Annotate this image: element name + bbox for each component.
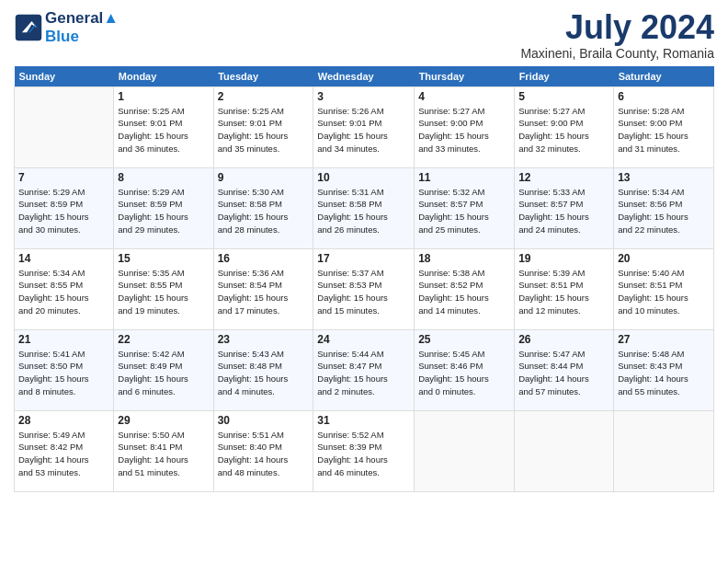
cell-info: Sunrise: 5:48 AMSunset: 8:43 PMDaylight:… — [618, 348, 710, 398]
date-cell-29: 29Sunrise: 5:50 AMSunset: 8:41 PMDayligh… — [114, 410, 213, 491]
date-cell-21: 21Sunrise: 5:41 AMSunset: 8:50 PMDayligh… — [15, 329, 114, 410]
cell-info: Sunrise: 5:29 AMSunset: 8:59 PMDaylight:… — [18, 186, 109, 236]
cell-info: Sunrise: 5:28 AMSunset: 9:00 PMDaylight:… — [618, 105, 710, 155]
cell-info: Sunrise: 5:49 AMSunset: 8:42 PMDaylight:… — [18, 429, 109, 479]
date-cell-10: 10Sunrise: 5:31 AMSunset: 8:58 PMDayligh… — [313, 167, 415, 248]
day-header-tuesday: Tuesday — [213, 66, 313, 87]
cell-info: Sunrise: 5:50 AMSunset: 8:41 PMDaylight:… — [118, 429, 209, 479]
calendar-table: SundayMondayTuesdayWednesdayThursdayFrid… — [14, 66, 714, 492]
date-cell-23: 23Sunrise: 5:43 AMSunset: 8:48 PMDayligh… — [213, 329, 313, 410]
date-number: 31 — [317, 414, 410, 427]
cell-info: Sunrise: 5:31 AMSunset: 8:58 PMDaylight:… — [317, 186, 410, 236]
day-header-friday: Friday — [515, 66, 614, 87]
date-cell-31: 31Sunrise: 5:52 AMSunset: 8:39 PMDayligh… — [313, 410, 415, 491]
date-number: 5 — [518, 90, 609, 103]
title-block: July 2024 Maxineni, Braila County, Roman… — [520, 9, 714, 61]
date-cell-19: 19Sunrise: 5:39 AMSunset: 8:51 PMDayligh… — [515, 248, 614, 329]
date-number: 1 — [118, 90, 209, 103]
date-number: 26 — [518, 333, 609, 346]
date-number: 22 — [118, 333, 209, 346]
cell-info: Sunrise: 5:43 AMSunset: 8:48 PMDaylight:… — [218, 348, 310, 398]
date-number: 6 — [618, 90, 710, 103]
cell-info: Sunrise: 5:52 AMSunset: 8:39 PMDaylight:… — [317, 429, 410, 479]
date-cell-18: 18Sunrise: 5:38 AMSunset: 8:52 PMDayligh… — [415, 248, 515, 329]
header: General▲ Blue July 2024 Maxineni, Braila… — [14, 9, 714, 61]
location: Maxineni, Braila County, Romania — [520, 46, 714, 61]
cell-info: Sunrise: 5:32 AMSunset: 8:57 PMDaylight:… — [418, 186, 510, 236]
week-row-2: 7Sunrise: 5:29 AMSunset: 8:59 PMDaylight… — [15, 167, 714, 248]
month-title: July 2024 — [520, 9, 714, 46]
empty-cell — [15, 86, 114, 167]
week-row-3: 14Sunrise: 5:34 AMSunset: 8:55 PMDayligh… — [15, 248, 714, 329]
cell-info: Sunrise: 5:41 AMSunset: 8:50 PMDaylight:… — [18, 348, 109, 398]
date-cell-27: 27Sunrise: 5:48 AMSunset: 8:43 PMDayligh… — [614, 329, 714, 410]
empty-cell — [614, 410, 714, 491]
date-cell-24: 24Sunrise: 5:44 AMSunset: 8:47 PMDayligh… — [313, 329, 415, 410]
date-cell-25: 25Sunrise: 5:45 AMSunset: 8:46 PMDayligh… — [415, 329, 515, 410]
date-number: 18 — [418, 252, 510, 265]
date-number: 12 — [518, 171, 609, 184]
date-cell-12: 12Sunrise: 5:33 AMSunset: 8:57 PMDayligh… — [515, 167, 614, 248]
header-row: SundayMondayTuesdayWednesdayThursdayFrid… — [15, 66, 714, 87]
date-number: 14 — [18, 252, 109, 265]
date-cell-4: 4Sunrise: 5:27 AMSunset: 9:00 PMDaylight… — [415, 86, 515, 167]
date-cell-20: 20Sunrise: 5:40 AMSunset: 8:51 PMDayligh… — [614, 248, 714, 329]
cell-info: Sunrise: 5:39 AMSunset: 8:51 PMDaylight:… — [518, 267, 609, 317]
date-number: 16 — [218, 252, 310, 265]
day-header-saturday: Saturday — [614, 66, 714, 87]
cell-info: Sunrise: 5:27 AMSunset: 9:00 PMDaylight:… — [518, 105, 609, 155]
logo: General▲ Blue — [14, 9, 119, 45]
calendar-page: General▲ Blue July 2024 Maxineni, Braila… — [0, 0, 728, 563]
cell-info: Sunrise: 5:30 AMSunset: 8:58 PMDaylight:… — [218, 186, 310, 236]
date-cell-1: 1Sunrise: 5:25 AMSunset: 9:01 PMDaylight… — [114, 86, 213, 167]
date-number: 11 — [418, 171, 510, 184]
day-header-sunday: Sunday — [15, 66, 114, 87]
date-number: 29 — [118, 414, 209, 427]
day-header-monday: Monday — [114, 66, 213, 87]
logo-icon — [14, 13, 43, 42]
date-cell-26: 26Sunrise: 5:47 AMSunset: 8:44 PMDayligh… — [515, 329, 614, 410]
cell-info: Sunrise: 5:27 AMSunset: 9:00 PMDaylight:… — [418, 105, 510, 155]
logo-text: General▲ Blue — [45, 9, 119, 45]
cell-info: Sunrise: 5:35 AMSunset: 8:55 PMDaylight:… — [118, 267, 209, 317]
cell-info: Sunrise: 5:42 AMSunset: 8:49 PMDaylight:… — [118, 348, 209, 398]
cell-info: Sunrise: 5:25 AMSunset: 9:01 PMDaylight:… — [118, 105, 209, 155]
date-number: 4 — [418, 90, 510, 103]
date-cell-9: 9Sunrise: 5:30 AMSunset: 8:58 PMDaylight… — [213, 167, 313, 248]
empty-cell — [415, 410, 515, 491]
week-row-5: 28Sunrise: 5:49 AMSunset: 8:42 PMDayligh… — [15, 410, 714, 491]
date-cell-7: 7Sunrise: 5:29 AMSunset: 8:59 PMDaylight… — [15, 167, 114, 248]
date-number: 9 — [218, 171, 310, 184]
date-cell-8: 8Sunrise: 5:29 AMSunset: 8:59 PMDaylight… — [114, 167, 213, 248]
date-number: 28 — [18, 414, 109, 427]
cell-info: Sunrise: 5:34 AMSunset: 8:55 PMDaylight:… — [18, 267, 109, 317]
date-cell-22: 22Sunrise: 5:42 AMSunset: 8:49 PMDayligh… — [114, 329, 213, 410]
date-number: 30 — [218, 414, 310, 427]
date-number: 20 — [618, 252, 710, 265]
date-number: 27 — [618, 333, 710, 346]
date-cell-28: 28Sunrise: 5:49 AMSunset: 8:42 PMDayligh… — [15, 410, 114, 491]
cell-info: Sunrise: 5:34 AMSunset: 8:56 PMDaylight:… — [618, 186, 710, 236]
date-cell-14: 14Sunrise: 5:34 AMSunset: 8:55 PMDayligh… — [15, 248, 114, 329]
date-cell-3: 3Sunrise: 5:26 AMSunset: 9:01 PMDaylight… — [313, 86, 415, 167]
week-row-1: 1Sunrise: 5:25 AMSunset: 9:01 PMDaylight… — [15, 86, 714, 167]
cell-info: Sunrise: 5:47 AMSunset: 8:44 PMDaylight:… — [518, 348, 609, 398]
date-number: 7 — [18, 171, 109, 184]
date-number: 15 — [118, 252, 209, 265]
cell-info: Sunrise: 5:38 AMSunset: 8:52 PMDaylight:… — [418, 267, 510, 317]
cell-info: Sunrise: 5:44 AMSunset: 8:47 PMDaylight:… — [317, 348, 410, 398]
date-cell-13: 13Sunrise: 5:34 AMSunset: 8:56 PMDayligh… — [614, 167, 714, 248]
date-number: 2 — [218, 90, 310, 103]
cell-info: Sunrise: 5:45 AMSunset: 8:46 PMDaylight:… — [418, 348, 510, 398]
date-number: 8 — [118, 171, 209, 184]
date-cell-6: 6Sunrise: 5:28 AMSunset: 9:00 PMDaylight… — [614, 86, 714, 167]
date-number: 13 — [618, 171, 710, 184]
date-cell-15: 15Sunrise: 5:35 AMSunset: 8:55 PMDayligh… — [114, 248, 213, 329]
date-cell-17: 17Sunrise: 5:37 AMSunset: 8:53 PMDayligh… — [313, 248, 415, 329]
cell-info: Sunrise: 5:33 AMSunset: 8:57 PMDaylight:… — [518, 186, 609, 236]
cell-info: Sunrise: 5:40 AMSunset: 8:51 PMDaylight:… — [618, 267, 710, 317]
cell-info: Sunrise: 5:36 AMSunset: 8:54 PMDaylight:… — [218, 267, 310, 317]
date-cell-5: 5Sunrise: 5:27 AMSunset: 9:00 PMDaylight… — [515, 86, 614, 167]
date-number: 19 — [518, 252, 609, 265]
day-header-wednesday: Wednesday — [313, 66, 415, 87]
